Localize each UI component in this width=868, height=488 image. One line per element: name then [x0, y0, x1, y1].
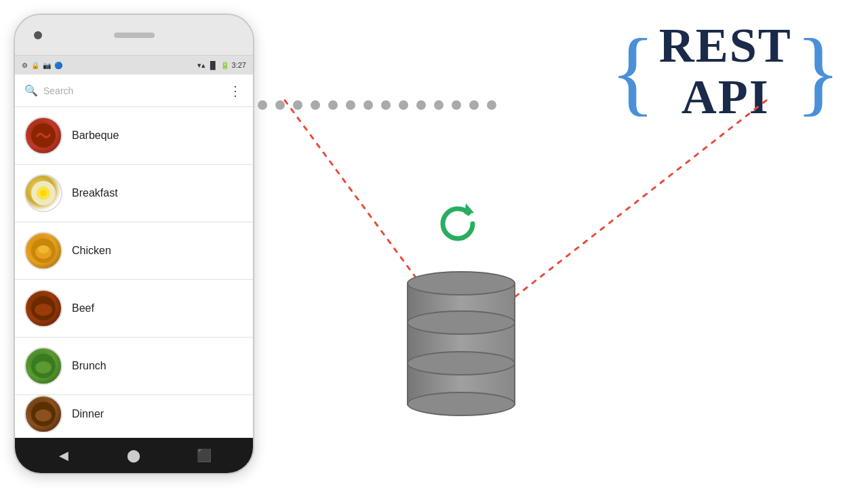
sync-status-icon: 🔵: [54, 62, 62, 69]
food-name: Brunch: [72, 360, 106, 372]
phone-camera: [34, 31, 42, 39]
lock-status-icon: 🔒: [31, 62, 39, 69]
food-thumbnail: [24, 232, 62, 270]
list-item[interactable]: Beef: [15, 280, 253, 338]
food-thumbnail: [24, 395, 62, 432]
db-bottom-cap: [407, 392, 515, 416]
db-body: [407, 283, 515, 405]
dot: [399, 100, 408, 110]
food-name: Chicken: [72, 245, 111, 257]
search-area[interactable]: 🔍 Search: [24, 84, 73, 97]
phone-speaker: [114, 33, 155, 38]
settings-status-icon: ⚙: [22, 62, 28, 69]
status-time: 3:27: [232, 61, 246, 69]
api-label: API: [659, 72, 792, 123]
recents-button[interactable]: ⬛: [192, 443, 216, 468]
svg-point-3: [40, 190, 47, 197]
app-toolbar: 🔍 Search ⋮: [15, 75, 253, 107]
food-name: Dinner: [72, 408, 104, 420]
rest-api-label: { REST API }: [610, 20, 842, 123]
signal-icon: ▐▌: [208, 61, 218, 69]
rest-api-text: REST API: [659, 20, 792, 123]
svg-marker-15: [465, 203, 474, 214]
dot: [469, 100, 479, 110]
db-top-cap: [407, 271, 515, 296]
refresh-sync-icon: [434, 200, 481, 247]
rest-label: REST: [659, 20, 792, 72]
list-item[interactable]: Barbeque: [15, 107, 253, 165]
list-item[interactable]: Breakfast: [15, 165, 253, 222]
camera-status-icon: 📷: [43, 62, 51, 69]
dot: [258, 100, 267, 110]
dot: [434, 100, 443, 110]
dot: [363, 100, 373, 110]
food-list: Barbeque Breakfast Chicken Beef: [15, 107, 253, 438]
dot: [381, 100, 391, 110]
search-placeholder: Search: [43, 85, 73, 96]
dot: [275, 100, 285, 110]
wifi-icon: ▾▴: [197, 61, 205, 70]
dot: [416, 100, 426, 110]
food-thumbnail: [24, 289, 62, 327]
svg-point-10: [35, 361, 52, 373]
list-item[interactable]: Chicken: [15, 222, 253, 280]
brace-right-icon: }: [795, 24, 841, 119]
svg-point-8: [35, 304, 52, 316]
database-icon: [407, 271, 515, 407]
list-item[interactable]: Brunch: [15, 338, 253, 395]
status-right-area: ▾▴ ▐▌ 🔋 3:27: [197, 61, 246, 70]
phone-mockup: ⚙ 🔒 📷 🔵 ▾▴ ▐▌ 🔋 3:27 🔍 Search ⋮: [14, 14, 254, 474]
status-bar: ⚙ 🔒 📷 🔵 ▾▴ ▐▌ 🔋 3:27: [15, 56, 253, 75]
search-icon: 🔍: [24, 84, 38, 97]
dot: [487, 100, 496, 110]
food-name: Barbeque: [72, 129, 119, 142]
phone-screen: ⚙ 🔒 📷 🔵 ▾▴ ▐▌ 🔋 3:27 🔍 Search ⋮: [15, 56, 253, 473]
list-item-partial[interactable]: Dinner: [15, 395, 253, 432]
food-thumbnail: [24, 174, 62, 212]
status-left-icons: ⚙ 🔒 📷 🔵: [22, 62, 62, 69]
diagram-area: { REST API }: [251, 0, 868, 488]
home-button[interactable]: ⬤: [121, 443, 146, 468]
svg-point-12: [35, 409, 52, 422]
food-name: Breakfast: [72, 187, 118, 199]
horizontal-dots-line: [258, 100, 496, 110]
battery-icon: 🔋: [220, 61, 230, 70]
svg-point-6: [38, 245, 49, 253]
back-button[interactable]: ◀: [52, 443, 76, 468]
food-thumbnail: [24, 347, 62, 385]
db-mid-disk-2: [407, 351, 515, 375]
food-name: Beef: [72, 302, 94, 314]
phone-top-bezel: [15, 15, 253, 56]
dot: [311, 100, 320, 110]
db-mid-disk-1: [407, 310, 515, 335]
dot: [328, 100, 338, 110]
brace-left-icon: {: [610, 24, 656, 119]
bottom-nav-bar: ◀ ⬤ ⬛: [15, 438, 253, 473]
dot: [452, 100, 461, 110]
food-thumbnail: [24, 117, 62, 155]
dot: [293, 100, 302, 110]
dot: [346, 100, 355, 110]
more-options-button[interactable]: ⋮: [229, 83, 243, 99]
